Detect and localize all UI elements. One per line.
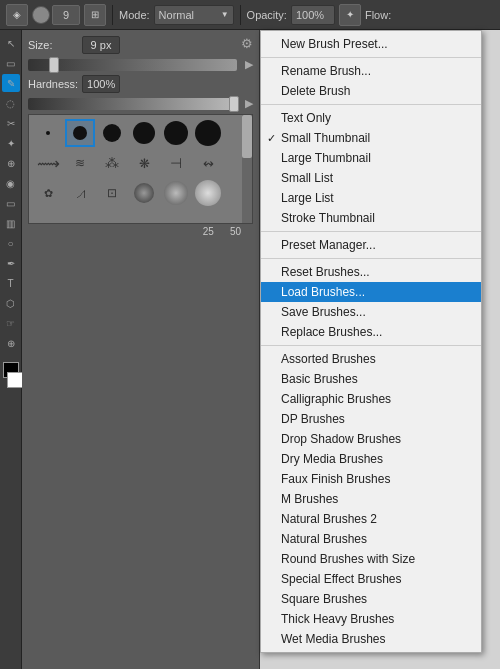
pen-tool[interactable]: ✒ <box>2 254 20 272</box>
menu-item-basic-brushes[interactable]: Basic Brushes <box>261 369 481 389</box>
menu-item-load-brushes[interactable]: Load Brushes... <box>261 282 481 302</box>
menu-item-reset-brushes[interactable]: Reset Brushes... <box>261 262 481 282</box>
menu-item-special-effect-brushes[interactable]: Special Effect Brushes <box>261 569 481 589</box>
clone-tool[interactable]: ◉ <box>2 174 20 192</box>
brush-item[interactable]: ↭ <box>193 149 223 177</box>
airbrush-btn[interactable]: ✦ <box>339 4 361 26</box>
brush-item[interactable] <box>193 119 223 147</box>
heal-tool[interactable]: ⊕ <box>2 154 20 172</box>
menu-section-rename: Rename Brush... Delete Brush <box>261 58 481 105</box>
menu-item-new-brush-preset[interactable]: New Brush Preset... <box>261 34 481 54</box>
gear-icon[interactable]: ⚙ <box>241 36 253 51</box>
brush-item[interactable] <box>161 119 191 147</box>
hardness-row: Hardness: 100% <box>28 75 253 93</box>
menu-item-m-brushes[interactable]: M Brushes <box>261 489 481 509</box>
sep1 <box>112 5 113 25</box>
menu-item-natural-brushes-2[interactable]: Natural Brushes 2 <box>261 509 481 529</box>
size-value[interactable]: 9 px <box>82 36 120 54</box>
menu-item-wet-media-brushes[interactable]: Wet Media Brushes <box>261 629 481 649</box>
menu-item-preset-manager[interactable]: Preset Manager... <box>261 235 481 255</box>
hand-tool[interactable]: ☞ <box>2 314 20 332</box>
menu-section-preset: Preset Manager... <box>261 232 481 259</box>
menu-item-assorted-brushes[interactable]: Assorted Brushes <box>261 349 481 369</box>
menu-item-large-thumbnail[interactable]: Large Thumbnail <box>261 148 481 168</box>
top-toolbar: ◈ 9 ⊞ Mode: Normal ▼ Opacity: 100% ✦ Flo… <box>0 0 500 30</box>
brush-size-value[interactable]: 9 <box>52 5 80 25</box>
brush-item[interactable] <box>129 119 159 147</box>
menu-item-small-thumbnail[interactable]: Small Thumbnail <box>261 128 481 148</box>
brush-item[interactable] <box>33 119 63 147</box>
lasso-tool[interactable]: ◌ <box>2 94 20 112</box>
brush-item[interactable]: ❋ <box>129 149 159 177</box>
size-label-25: 25 <box>203 226 214 237</box>
brush-item[interactable]: ≋ <box>65 149 95 177</box>
brush-grid: ⟿ ≋ ⁂ ❋ ⊣ ↭ ✿ ⩘ ⊡ <box>29 115 252 211</box>
eraser-tool[interactable]: ▭ <box>2 194 20 212</box>
menu-item-faux-finish-brushes[interactable]: Faux Finish Brushes <box>261 469 481 489</box>
shape-tool[interactable]: ⬡ <box>2 294 20 312</box>
brush-item[interactable]: ✿ <box>33 179 63 207</box>
main-area: ↖ ▭ ✎ ◌ ✂ ✦ ⊕ ◉ ▭ ▥ ○ ✒ T ⬡ ☞ ⊕ ⚙ Size: … <box>0 30 500 669</box>
brush-options-btn[interactable]: ⊞ <box>84 4 106 26</box>
crop-tool[interactable]: ✂ <box>2 114 20 132</box>
brush-item[interactable] <box>193 179 223 207</box>
brush-item[interactable] <box>129 179 159 207</box>
left-toolbar: ↖ ▭ ✎ ◌ ✂ ✦ ⊕ ◉ ▭ ▥ ○ ✒ T ⬡ ☞ ⊕ <box>0 30 22 669</box>
hardness-slider[interactable] <box>28 98 237 110</box>
menu-item-stroke-thumbnail[interactable]: Stroke Thumbnail <box>261 208 481 228</box>
size-slider[interactable] <box>28 59 237 71</box>
size-label: Size: <box>28 39 78 51</box>
brush-item[interactable]: ⊡ <box>97 179 127 207</box>
brush-size-area: 9 <box>32 5 80 25</box>
brush-tool[interactable]: ✎ <box>2 74 20 92</box>
zoom-tool[interactable]: ⊕ <box>2 334 20 352</box>
gradient-tool[interactable]: ▥ <box>2 214 20 232</box>
brush-options-panel: ⚙ Size: 9 px ▶ Hardness: 100% ▶ <box>22 30 260 669</box>
menu-item-square-brushes[interactable]: Square Brushes <box>261 589 481 609</box>
brush-dropdown-menu: New Brush Preset... Rename Brush... Dele… <box>260 30 482 653</box>
menu-item-natural-brushes[interactable]: Natural Brushes <box>261 529 481 549</box>
brush-item[interactable]: ⩘ <box>65 179 95 207</box>
menu-item-rename-brush[interactable]: Rename Brush... <box>261 61 481 81</box>
tool-icon-btn[interactable]: ◈ <box>6 4 28 26</box>
brush-item[interactable] <box>161 179 191 207</box>
menu-item-text-only[interactable]: Text Only <box>261 108 481 128</box>
menu-item-save-brushes[interactable]: Save Brushes... <box>261 302 481 322</box>
menu-item-dp-brushes[interactable]: DP Brushes <box>261 409 481 429</box>
hardness-value[interactable]: 100% <box>82 75 120 93</box>
menu-item-delete-brush[interactable]: Delete Brush <box>261 81 481 101</box>
menu-section-new: New Brush Preset... <box>261 31 481 58</box>
brush-item-selected[interactable] <box>65 119 95 147</box>
brush-item[interactable]: ⁂ <box>97 149 127 177</box>
text-tool[interactable]: T <box>2 274 20 292</box>
menu-item-dry-media-brushes[interactable]: Dry Media Brushes <box>261 449 481 469</box>
eyedropper-tool[interactable]: ✦ <box>2 134 20 152</box>
mode-dropdown[interactable]: Normal ▼ <box>154 5 234 25</box>
menu-item-small-list[interactable]: Small List <box>261 168 481 188</box>
rect-select-tool[interactable]: ▭ <box>2 54 20 72</box>
size-arrow-right[interactable]: ▶ <box>245 58 253 71</box>
opacity-value[interactable]: 100% <box>291 5 335 25</box>
menu-item-round-brushes[interactable]: Round Brushes with Size <box>261 549 481 569</box>
menu-section-view: Text Only Small Thumbnail Large Thumbnai… <box>261 105 481 232</box>
menu-item-thick-heavy-brushes[interactable]: Thick Heavy Brushes <box>261 609 481 629</box>
menu-item-large-list[interactable]: Large List <box>261 188 481 208</box>
brush-item[interactable]: ⊣ <box>161 149 191 177</box>
flow-label: Flow: <box>365 9 391 21</box>
brush-grid-area[interactable]: ⟿ ≋ ⁂ ❋ ⊣ ↭ ✿ ⩘ ⊡ <box>28 114 253 224</box>
move-tool[interactable]: ↖ <box>2 34 20 52</box>
menu-item-replace-brushes[interactable]: Replace Brushes... <box>261 322 481 342</box>
brush-scrollbar[interactable] <box>242 115 252 223</box>
brush-item[interactable]: ⟿ <box>33 149 63 177</box>
brush-size-labels: 25 50 <box>28 226 253 237</box>
brush-item[interactable] <box>97 119 127 147</box>
hardness-arrow-right[interactable]: ▶ <box>245 97 253 110</box>
background-color[interactable] <box>7 372 23 388</box>
size-row: Size: 9 px <box>28 36 253 54</box>
menu-item-calligraphic-brushes[interactable]: Calligraphic Brushes <box>261 389 481 409</box>
mode-dropdown-arrow: ▼ <box>221 10 229 19</box>
menu-item-drop-shadow-brushes[interactable]: Drop Shadow Brushes <box>261 429 481 449</box>
hardness-slider-row: ▶ <box>28 97 253 110</box>
dodge-tool[interactable]: ○ <box>2 234 20 252</box>
hardness-label: Hardness: <box>28 78 78 90</box>
